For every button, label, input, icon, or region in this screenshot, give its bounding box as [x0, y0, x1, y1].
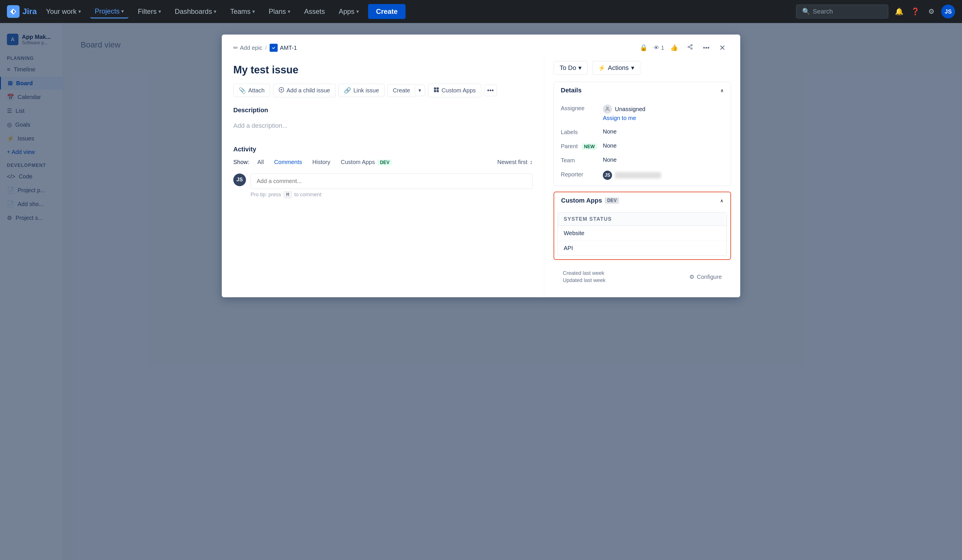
nav-filters[interactable]: Filters ▾: [133, 5, 165, 18]
breadcrumb-separator: /: [265, 45, 267, 51]
child-issue-icon: [279, 87, 284, 94]
details-header[interactable]: Details ∧: [554, 82, 731, 99]
description-input[interactable]: Add a description...: [233, 117, 533, 134]
unassigned-icon: [603, 105, 612, 114]
issue-title[interactable]: My test issue: [233, 63, 533, 77]
more-button[interactable]: •••: [700, 42, 713, 54]
activity-header: Show: All Comments History Cust: [233, 156, 533, 168]
close-icon: ✕: [719, 43, 726, 52]
system-status-table: SYSTEM STATUS Website API: [558, 212, 727, 256]
create-dropdown-arrow[interactable]: ▾: [415, 85, 425, 96]
watch-button[interactable]: 👁 1: [654, 45, 664, 51]
custom-apps-button[interactable]: Custom Apps: [428, 84, 481, 97]
add-child-issue-button[interactable]: Add a child issue: [273, 84, 336, 97]
nav-plans-label: Plans: [269, 8, 286, 16]
modal-header: ✏ Add epic / AMT-1 🔒: [222, 35, 740, 54]
notifications-button[interactable]: 🔔: [893, 5, 906, 18]
watch-count-value: 1: [661, 45, 664, 51]
modal-body: My test issue 📎 Attach Add a child iss: [222, 54, 740, 297]
custom-apps-collapse-icon: ∧: [720, 198, 723, 203]
assignee-text: Unassigned: [615, 106, 646, 113]
parent-label: Parent NEW: [561, 142, 598, 150]
comment-input[interactable]: [250, 174, 533, 189]
lock-button[interactable]: 🔒: [638, 42, 650, 54]
nav-plans-chevron: ▾: [288, 8, 291, 14]
activity-label: Activity: [233, 146, 533, 153]
nav-assets[interactable]: Assets: [300, 5, 329, 18]
details-collapse-icon: ∧: [720, 88, 724, 93]
tab-comments[interactable]: Comments: [270, 156, 307, 168]
actions-button[interactable]: ⚡ Actions ▾: [592, 61, 640, 75]
eye-icon: 👁: [654, 45, 659, 51]
attach-button[interactable]: 📎 Attach: [233, 84, 270, 97]
nav-logo[interactable]: Jira: [7, 5, 37, 18]
custom-apps-panel: Custom Apps DEV ∧ SYSTEM STATUS Website …: [554, 191, 731, 260]
status-button[interactable]: To Do ▾: [554, 61, 588, 75]
jira-logo-icon: [7, 5, 19, 18]
nav-apps[interactable]: Apps ▾: [334, 5, 363, 18]
nav-projects-chevron: ▾: [121, 8, 124, 14]
help-button[interactable]: ❓: [909, 5, 922, 18]
comment-user-avatar: JS: [233, 174, 246, 186]
settings-button[interactable]: ⚙: [925, 5, 938, 18]
reporter-name-blurred: [615, 172, 661, 179]
link-issue-button[interactable]: 🔗 Link issue: [339, 84, 384, 97]
create-button[interactable]: Create: [368, 4, 406, 19]
show-label: Show:: [233, 159, 249, 166]
nav-teams[interactable]: Teams ▾: [226, 5, 260, 18]
reporter-avatar: JS: [603, 171, 612, 180]
parent-value: None: [603, 142, 724, 149]
created-timestamp: Created last week: [563, 270, 605, 276]
more-toolbar-button[interactable]: •••: [484, 85, 497, 96]
tab-custom-apps[interactable]: Custom Apps DEV: [336, 156, 396, 168]
nav-dashboards-chevron: ▾: [214, 8, 216, 14]
status-chevron: ▾: [578, 64, 581, 72]
tab-all[interactable]: All: [253, 156, 268, 168]
issue-type-icon: [270, 44, 278, 52]
system-status-header: SYSTEM STATUS: [558, 212, 727, 226]
assignee-row[interactable]: Assignee Unassigned: [554, 101, 731, 125]
thumbsup-button[interactable]: 👍: [668, 42, 680, 54]
svg-point-13: [607, 107, 608, 109]
team-row[interactable]: Team None: [554, 153, 731, 167]
assign-to-me-link[interactable]: Assign to me: [603, 115, 724, 121]
reporter-label: Reporter: [561, 171, 598, 178]
svg-point-2: [688, 46, 689, 48]
reporter-row[interactable]: Reporter JS: [554, 167, 731, 183]
custom-apps-header[interactable]: Custom Apps DEV ∧: [554, 192, 730, 209]
labels-value: None: [603, 128, 724, 135]
toolbar: 📎 Attach Add a child issue 🔗 Link: [233, 84, 533, 97]
share-icon: [687, 44, 693, 51]
breadcrumb-add-epic[interactable]: ✏ Add epic: [233, 44, 262, 51]
configure-button[interactable]: ⚙ Configure: [689, 274, 722, 280]
sort-button[interactable]: Newest first ↕: [497, 159, 533, 166]
tab-history[interactable]: History: [308, 156, 335, 168]
comment-input-wrapper: Pro tip: press M to comment: [250, 174, 533, 198]
tab-custom-apps-label: Custom Apps: [341, 159, 375, 165]
nav-your-work[interactable]: Your work ▾: [42, 5, 86, 18]
user-avatar[interactable]: JS: [941, 5, 955, 18]
create-button-toolbar[interactable]: Create: [387, 84, 415, 97]
nav-projects[interactable]: Projects ▾: [90, 5, 129, 18]
search-bar[interactable]: 🔍 Search: [796, 5, 888, 18]
search-icon: 🔍: [802, 8, 810, 15]
parent-row[interactable]: Parent NEW None: [554, 139, 731, 153]
system-status-website[interactable]: Website: [558, 226, 727, 241]
parent-new-badge: NEW: [582, 143, 597, 150]
share-button[interactable]: [684, 42, 696, 54]
updated-timestamp: Updated last week: [563, 277, 605, 283]
close-button[interactable]: ✕: [716, 42, 729, 54]
actions-label: Actions: [608, 64, 628, 72]
system-status-api[interactable]: API: [558, 241, 727, 256]
nav-apps-label: Apps: [339, 8, 355, 16]
modal-footer: Created last week Updated last week ⚙ Co…: [554, 266, 731, 290]
nav-plans[interactable]: Plans ▾: [264, 5, 295, 18]
nav-your-work-label: Your work: [46, 8, 77, 16]
comment-area: JS Pro tip: press M to comment: [233, 174, 533, 198]
nav-dashboards[interactable]: Dashboards ▾: [170, 5, 221, 18]
breadcrumb-issue[interactable]: AMT-1: [270, 44, 297, 52]
description-section: Description Add a description...: [233, 106, 533, 134]
labels-row[interactable]: Labels None: [554, 125, 731, 139]
paperclip-icon: 📎: [239, 87, 246, 94]
lightning-icon: ⚡: [598, 64, 605, 71]
